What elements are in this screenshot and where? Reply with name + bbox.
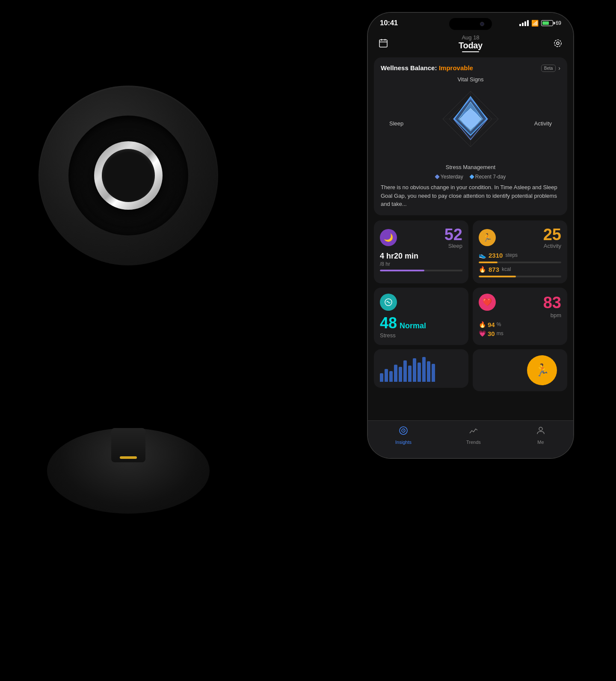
heart-icon: ❤️	[479, 294, 496, 311]
header-date: Aug 18	[462, 34, 479, 41]
header-title: Today	[459, 41, 483, 51]
ring-lid-inner	[68, 116, 188, 235]
bar-3	[389, 371, 393, 382]
activity-quick-button[interactable]: 🏃	[527, 355, 557, 385]
kcal-value: 873	[489, 266, 499, 273]
sleep-score-group: 52 Sleep	[444, 226, 462, 249]
bar-chart-card	[374, 349, 468, 388]
heart-top-row: ❤️ 83 bpm	[479, 294, 561, 318]
header-title-underline	[462, 51, 479, 52]
stress-number: 48	[380, 314, 397, 332]
steps-progress-bg	[479, 262, 561, 263]
calendar-button[interactable]	[376, 36, 390, 50]
radar-label-sleep: Sleep	[389, 120, 403, 127]
wellness-card[interactable]: Wellness Balance: Improvable Beta › Vita…	[374, 57, 567, 215]
heart-card[interactable]: ❤️ 83 bpm 🔥 94 % 💗	[473, 288, 567, 345]
sleep-time-min: 20 min	[394, 252, 418, 260]
wellness-title: Wellness Balance:	[381, 64, 437, 71]
battery-percent: 69	[556, 20, 561, 26]
stress-level: Normal	[400, 321, 426, 330]
refresh-button[interactable]	[551, 36, 565, 50]
tab-me[interactable]: Me	[536, 425, 546, 445]
sleep-label: Sleep	[444, 243, 462, 249]
stress-icon-row	[380, 294, 462, 311]
kcal-progress-bg	[479, 276, 561, 277]
sleep-card[interactable]: 🌙 52 Sleep 4 hr20 min /8 hr	[374, 220, 468, 283]
beta-tag: Beta	[541, 65, 556, 72]
svg-point-5	[557, 42, 559, 45]
activity-card[interactable]: 🏃 25 Activity 👟 2310 steps	[473, 220, 567, 283]
signal-bars	[519, 20, 529, 26]
wellness-title-group: Wellness Balance: Improvable	[381, 64, 473, 72]
me-icon	[536, 425, 546, 438]
sleep-goal: /8 hr	[380, 261, 390, 267]
activity-icon: 🏃	[479, 229, 496, 246]
activity-score: 25	[543, 226, 561, 243]
activity-score-group: 25 Activity	[543, 226, 561, 249]
radar-legend: Yesterday Recent 7-day	[435, 174, 506, 180]
sleep-detail: 4 hr20 min /8 hr	[380, 252, 462, 267]
signal-bar-3	[524, 21, 526, 26]
signal-bar-1	[519, 24, 521, 26]
bar-2	[385, 369, 388, 382]
readiness-unit: %	[497, 321, 501, 327]
trends-icon	[468, 425, 479, 438]
steps-unit: steps	[505, 252, 518, 258]
smart-ring	[94, 141, 163, 210]
ring-device	[26, 86, 231, 514]
hrv-row: 💗 30 ms	[479, 330, 561, 337]
status-icons: 📶 69	[519, 20, 561, 27]
svg-rect-0	[379, 40, 387, 47]
signal-bar-4	[527, 20, 529, 26]
stats-grid: 🌙 52 Sleep 4 hr20 min /8 hr	[374, 220, 567, 345]
legend-recent: Recent 7-day	[470, 174, 506, 180]
wellness-status: Improvable	[439, 64, 473, 71]
ring-base-connector	[111, 428, 145, 462]
chevron-right-icon: ›	[558, 65, 560, 71]
hrv-unit: ms	[497, 330, 503, 336]
bar-11	[427, 361, 430, 382]
svg-point-20	[539, 427, 542, 431]
legend-recent-label: Recent 7-day	[475, 174, 506, 180]
wifi-icon: 📶	[531, 20, 539, 27]
header-date-section: Aug 18 Today	[459, 34, 483, 52]
tab-me-label: Me	[537, 440, 544, 445]
heart-value: 83	[543, 294, 561, 312]
app-content: Wellness Balance: Improvable Beta › Vita…	[368, 57, 573, 396]
bar-7	[408, 366, 412, 382]
sleep-time-main: 4 hr	[380, 252, 394, 260]
legend-recent-diamond	[469, 174, 474, 179]
sleep-progress-bg	[380, 270, 462, 271]
tab-bar: Insights Trends	[368, 420, 573, 458]
bar-5	[399, 367, 402, 382]
radar-label-stress: Stress Management	[446, 164, 495, 170]
legend-yesterday-label: Yesterday	[441, 174, 463, 180]
bar-6	[403, 360, 407, 382]
svg-point-19	[403, 430, 404, 431]
battery-fill	[542, 21, 549, 25]
battery-icon	[541, 20, 553, 26]
steps-value: 2310	[489, 252, 503, 259]
bar-12	[432, 364, 435, 382]
radar-container: Vital Signs Sleep Activity Stress Manage…	[381, 76, 560, 180]
heart-value-group: 83 bpm	[543, 294, 561, 318]
steps-row: 👟 2310 steps	[479, 252, 561, 259]
radar-label-activity: Activity	[534, 120, 552, 127]
status-time: 10:41	[380, 19, 398, 27]
ring-lid	[38, 86, 218, 265]
bottom-row: 🏃	[374, 349, 567, 391]
signal-bar-2	[522, 23, 524, 26]
stress-card[interactable]: 48 Normal Stress	[374, 288, 468, 345]
dynamic-island	[449, 18, 492, 30]
kcal-progress-fill	[479, 276, 516, 277]
legend-yesterday-diamond	[435, 174, 439, 179]
legend-yesterday: Yesterday	[435, 174, 463, 180]
bar-10	[422, 357, 426, 382]
tab-insights[interactable]: Insights	[395, 425, 412, 445]
sleep-card-top: 🌙 52 Sleep	[380, 226, 462, 249]
readiness-row: 🔥 94 %	[479, 321, 561, 328]
hrv-value: 30	[488, 330, 495, 337]
tab-trends[interactable]: Trends	[466, 425, 481, 445]
stress-score-section: 48 Normal	[380, 314, 462, 332]
bar-8	[413, 358, 416, 382]
